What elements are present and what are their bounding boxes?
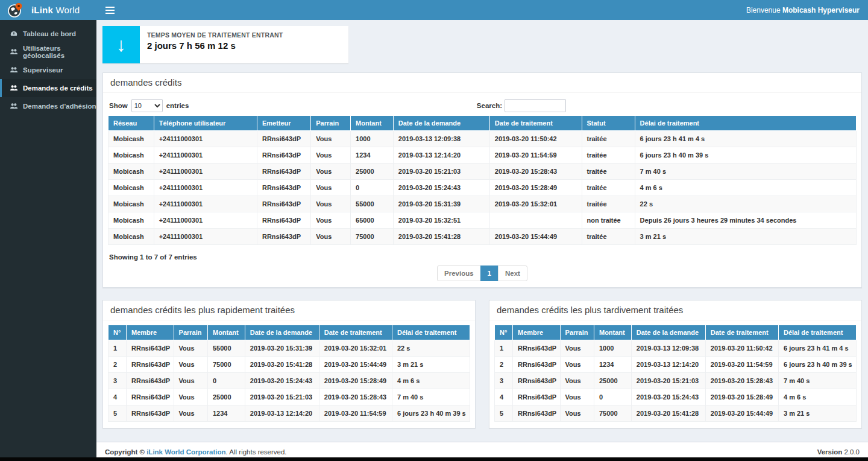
table-cell: 75000 — [207, 357, 245, 373]
table-cell: 2019-03-20 15:31:39 — [393, 196, 489, 212]
column-header: Date de traitement — [319, 325, 392, 340]
column-header[interactable]: Téléphone utilisateur — [154, 116, 257, 131]
table-cell: 2019-03-20 15:21:03 — [245, 389, 319, 405]
show-label: Show — [109, 102, 128, 109]
column-header: N° — [495, 325, 513, 340]
sidebar-item-demandes-de-credits[interactable]: Demandes de crédits — [0, 79, 96, 97]
sidebar-item-utilisateurs-geolocalises[interactable]: Utilisateurs géolocalisés — [0, 43, 96, 61]
table-cell: RRnsi643dP — [257, 164, 310, 180]
sidebar-item-superviseur[interactable]: Superviseur — [0, 61, 96, 79]
table-cell: Vous — [174, 357, 207, 373]
page-1-button[interactable]: 1 — [480, 265, 498, 281]
table-cell: non traitée — [582, 212, 635, 229]
column-header[interactable]: Montant — [351, 116, 394, 131]
table-cell: 2 — [495, 357, 513, 373]
column-header: Montant — [207, 325, 245, 340]
ilink-world-corporation-link[interactable]: iLink World Corporation — [146, 448, 225, 456]
table-cell: Depuis 26 jours 3 heures 29 minutes 34 s… — [635, 212, 856, 229]
table-cell: 1 — [108, 340, 127, 357]
table-cell: 2019-03-20 11:54:59 — [489, 147, 582, 164]
column-header[interactable]: Emetteur — [257, 116, 310, 131]
column-header[interactable]: Date de la demande — [393, 116, 489, 131]
table-cell: 4 m 6 s — [635, 180, 856, 196]
table-row: 2RRnsi643dPVous750002019-03-20 15:41:282… — [108, 357, 470, 373]
table-cell: Vous — [311, 164, 351, 180]
table-cell: 2019-03-20 15:32:01 — [319, 340, 392, 357]
table-cell: 0 — [351, 180, 394, 196]
table-cell: 2019-03-20 11:54:59 — [319, 405, 392, 422]
brand-logo[interactable]: iLink World — [0, 0, 96, 20]
column-header: Délai de traitement — [392, 325, 470, 340]
table-cell: 55000 — [207, 340, 245, 357]
table-cell: 7 m 40 s — [635, 164, 856, 180]
table-cell: 6 jours 23 h 40 m 39 s — [635, 147, 856, 164]
sidebar-item-demandes-adhesion[interactable]: Demandes d'adhésion — [0, 97, 96, 115]
column-header[interactable]: Délai de traitement — [635, 116, 856, 131]
column-header[interactable]: Parrain — [311, 116, 351, 131]
dashboard-icon — [9, 30, 18, 39]
table-cell: Mobicash — [108, 164, 154, 180]
table-cell: 2019-03-20 15:32:51 — [393, 212, 489, 229]
table-cell: 2019-03-20 15:28:43 — [319, 389, 392, 405]
table-cell: 2019-03-20 11:50:42 — [705, 340, 778, 357]
table-row: 3RRnsi643dPVous02019-03-20 15:24:432019-… — [108, 373, 470, 389]
table-cell: 3 m 21 s — [392, 357, 470, 373]
table-cell: 4 m 6 s — [778, 389, 856, 405]
previous-page-button[interactable]: Previous — [437, 265, 481, 281]
table-cell: Vous — [560, 357, 594, 373]
table-cell: traitée — [582, 164, 635, 180]
table-cell: 3 m 21 s — [635, 229, 856, 245]
table-cell: 5 — [495, 405, 513, 422]
tardivement-traitees-table: N°MembreParrainMontantDate de la demande… — [494, 325, 857, 422]
box-title: demandes crédits les plus rapidement tra… — [110, 305, 295, 315]
table-cell: RRnsi643dP — [257, 147, 310, 164]
pagination: Previous 1 Next — [437, 265, 527, 281]
table-cell: Mobicash — [108, 196, 154, 212]
table-cell: 1234 — [594, 357, 631, 373]
table-cell: 2019-03-20 15:41:28 — [631, 405, 705, 422]
table-cell: 2019-03-13 12:14:20 — [245, 405, 319, 422]
table-cell: 2019-03-20 15:28:49 — [319, 373, 392, 389]
table-cell: traitée — [582, 147, 635, 164]
table-cell: +24111000301 — [154, 147, 257, 164]
users-icon — [9, 66, 18, 75]
table-cell: Vous — [560, 340, 594, 357]
table-row: Mobicash+24111000301RRnsi643dPVous750002… — [108, 229, 857, 245]
table-cell: RRnsi643dP — [127, 340, 174, 357]
entries-label: entries — [166, 102, 189, 109]
column-header[interactable]: Date de traitement — [489, 116, 582, 131]
table-cell: 2019-03-20 15:32:01 — [489, 196, 582, 212]
column-header[interactable]: Réseau — [108, 116, 154, 131]
table-cell: Mobicash — [108, 147, 154, 164]
table-cell: +24111000301 — [154, 131, 257, 147]
current-user: Mobicash Hyperviseur — [782, 6, 860, 14]
table-cell: 2019-03-20 15:41:28 — [393, 229, 489, 245]
table-cell: RRnsi643dP — [127, 405, 174, 422]
table-row: 1RRnsi643dPVous10002019-03-13 12:09:3820… — [495, 340, 857, 357]
next-page-button[interactable]: Next — [498, 265, 527, 281]
column-header: N° — [108, 325, 127, 340]
table-cell: 2019-03-20 15:24:43 — [245, 373, 319, 389]
table-cell: 3 — [108, 373, 127, 389]
table-header-row: RéseauTéléphone utilisateurEmetteurParra… — [108, 116, 857, 131]
box-demandes-credits: demandes crédits Show 10 entries Search: — [102, 72, 862, 288]
table-cell: RRnsi643dP — [127, 373, 174, 389]
sidebar-toggle-button[interactable] — [96, 0, 123, 20]
table-cell: 7 m 40 s — [392, 389, 470, 405]
table-cell: 1234 — [351, 147, 394, 164]
table-cell: 2019-03-20 15:24:43 — [393, 180, 489, 196]
column-header: Membre — [127, 325, 174, 340]
column-header[interactable]: Statut — [582, 116, 635, 131]
table-cell: Vous — [174, 405, 207, 422]
sidebar-item-tableau-de-bord[interactable]: Tableau de bord — [0, 25, 96, 43]
column-header: Délai de traitement — [778, 325, 856, 340]
table-cell: RRnsi643dP — [127, 357, 174, 373]
table-cell: 2019-03-20 15:21:03 — [631, 373, 705, 389]
table-row: Mobicash+24111000301RRnsi643dPVous02019-… — [108, 180, 857, 196]
table-cell: 1234 — [207, 405, 245, 422]
page-length-select[interactable]: 10 — [131, 99, 163, 112]
table-cell: Vous — [560, 389, 594, 405]
search-input[interactable] — [505, 99, 566, 112]
table-row: Mobicash+24111000301RRnsi643dPVous250002… — [108, 164, 857, 180]
table-cell: 6 jours 23 h 40 m 39 s — [778, 357, 856, 373]
